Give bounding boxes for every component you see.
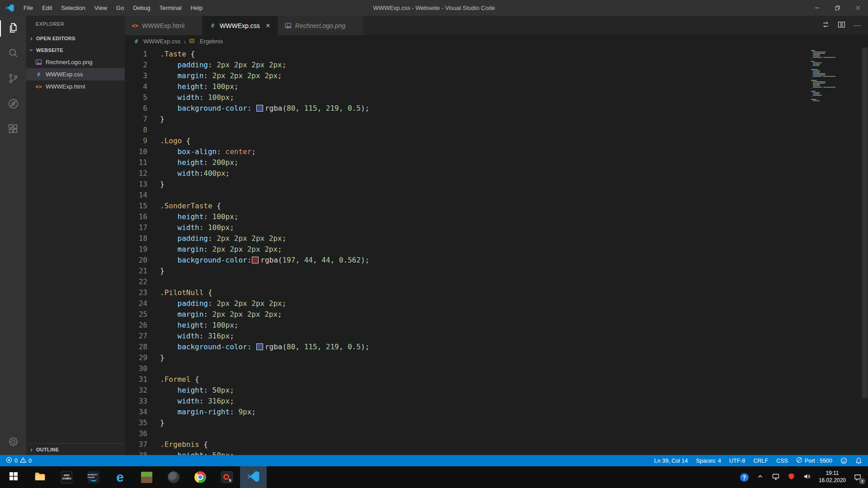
menu-selection[interactable]: Selection [57, 0, 90, 16]
code-line[interactable]: 36 [125, 428, 868, 439]
code-line[interactable]: 19 margin: 2px 2px 2px 2px; [125, 244, 868, 255]
indentation-indicator[interactable]: Spaces: 4 [692, 455, 725, 466]
code-text[interactable]: .Taste { [147, 49, 195, 60]
code-text[interactable]: } [147, 352, 165, 363]
code-text[interactable]: height: 100px; [147, 81, 238, 92]
code-text[interactable]: width: 100px; [147, 92, 234, 103]
code-line[interactable]: 37.Ergebnis { [125, 439, 868, 450]
code-line[interactable]: 12 width:400px; [125, 168, 868, 179]
taskbar-clock[interactable]: 19:11 16.02.2020 [819, 470, 846, 484]
debug-activity-button[interactable] [0, 92, 26, 117]
feedback-smiley-icon[interactable] [836, 455, 851, 466]
code-line[interactable]: 2 padding: 2px 2px 2px 2px; [125, 60, 868, 70]
taskbar-file-explorer-button[interactable] [27, 466, 53, 488]
editor[interactable]: 1.Taste {2 padding: 2px 2px 2px 2px;3 ma… [125, 47, 868, 455]
breadcrumb-file[interactable]: WWWExp.css [143, 38, 180, 45]
code-text[interactable]: .Ergebnis { [147, 439, 208, 450]
tray-monitor-icon[interactable] [772, 473, 780, 482]
extensions-activity-button[interactable] [0, 117, 26, 142]
code-text[interactable]: background-color: rgba(80, 115, 219, 0.5… [147, 103, 369, 114]
taskbar-vscode-button[interactable] [240, 466, 267, 488]
code-line[interactable]: 18 padding: 2px 2px 2px 2px; [125, 233, 868, 244]
code-text[interactable]: height: 50px; [147, 450, 234, 455]
menu-terminal[interactable]: Terminal [155, 0, 186, 16]
code-line[interactable]: 7} [125, 114, 868, 125]
code-text[interactable]: padding: 2px 2px 2px 2px; [147, 60, 286, 70]
code-line[interactable]: 10 box-align: center; [125, 146, 868, 157]
minimap[interactable] [811, 50, 861, 102]
code-text[interactable] [147, 277, 160, 287]
code-line[interactable]: 34 margin-right: 9px; [125, 407, 868, 418]
code-line[interactable]: 23.PilotNull { [125, 287, 868, 298]
code-text[interactable]: padding: 2px 2px 2px 2px; [147, 298, 286, 309]
code-line[interactable]: 29} [125, 352, 868, 363]
code-line[interactable]: 25 margin: 2px 2px 2px 2px; [125, 309, 868, 320]
eol-indicator[interactable]: CRLF [749, 455, 772, 466]
code-text[interactable]: .PilotNull { [147, 287, 212, 298]
color-swatch[interactable] [256, 343, 263, 350]
cursor-position[interactable]: Ln 39, Col 14 [650, 455, 692, 466]
taskbar-start-button[interactable] [0, 466, 27, 488]
code-text[interactable] [147, 363, 160, 374]
code-text[interactable] [147, 428, 160, 439]
menu-file[interactable]: File [19, 0, 38, 16]
code-text[interactable]: } [147, 179, 165, 190]
file-RechnerLogo.png[interactable]: RechnerLogo.png [26, 56, 125, 68]
code-text[interactable]: margin: 2px 2px 2px 2px; [147, 244, 282, 255]
code-line[interactable]: 8 [125, 125, 868, 136]
code-line[interactable]: 9.Logo { [125, 136, 868, 146]
code-line[interactable]: 28 background-color: rgba(80, 115, 219, … [125, 342, 868, 352]
file-WWWExp.css[interactable]: #WWWExp.css [26, 68, 125, 80]
code-text[interactable] [147, 190, 160, 201]
code-text[interactable]: background-color: rgba(80, 115, 219, 0.5… [147, 342, 369, 352]
code-line[interactable]: 17 width: 100px; [125, 222, 868, 233]
tab-WWWExp.css[interactable]: #WWWExp.css× [203, 16, 278, 35]
code-text[interactable]: box-align: center; [147, 146, 256, 157]
taskbar-minecraft-button[interactable] [133, 466, 160, 488]
outline-section[interactable]: › OUTLINE [26, 443, 125, 455]
code-line[interactable]: 16 height: 100px; [125, 211, 868, 222]
encoding-indicator[interactable]: UTF-8 [725, 455, 749, 466]
split-editor-icon[interactable] [838, 21, 845, 30]
code-text[interactable]: height: 100px; [147, 320, 238, 331]
open-changes-icon[interactable] [822, 21, 830, 30]
code-line[interactable]: 21} [125, 266, 868, 277]
code-line[interactable]: 15.SonderTaste { [125, 201, 868, 211]
code-line[interactable]: 31.Formel { [125, 374, 868, 385]
open-editors-section[interactable]: › OPEN EDITORS [26, 33, 125, 44]
more-actions-icon[interactable]: ⋯ [854, 21, 861, 30]
color-swatch[interactable] [256, 105, 263, 112]
restore-button[interactable] [827, 0, 848, 16]
menu-edit[interactable]: Edit [38, 0, 57, 16]
scrollbar-thumb[interactable] [862, 47, 868, 398]
minimize-button[interactable] [807, 0, 827, 16]
code-line[interactable]: 13} [125, 179, 868, 190]
code-line[interactable]: 20 background-color:rgba(197, 44, 44, 0.… [125, 255, 868, 266]
code-line[interactable]: 30 [125, 363, 868, 374]
code-line[interactable]: 22 [125, 277, 868, 287]
code-text[interactable]: background-color:rgba(197, 44, 44, 0.562… [147, 255, 369, 266]
code-text[interactable]: margin: 2px 2px 2px 2px; [147, 309, 282, 320]
action-center-icon[interactable]: 3 [854, 474, 862, 481]
tab-RechnerLogo.png[interactable]: RechnerLogo.png× [278, 16, 363, 35]
code-line[interactable]: 33 width: 316px; [125, 396, 868, 407]
folder-section[interactable]: › WEBSEITE [26, 44, 125, 56]
source-control-activity-button[interactable] [0, 66, 26, 92]
code-text[interactable]: } [147, 114, 165, 125]
language-indicator[interactable]: CSS [772, 455, 792, 466]
code-line[interactable]: 14 [125, 190, 868, 201]
code-text[interactable]: .Formel { [147, 374, 199, 385]
tray-chevron-up-icon[interactable] [756, 473, 764, 482]
code-text[interactable]: } [147, 266, 165, 277]
code-line[interactable]: 27 width: 316px; [125, 331, 868, 342]
code-line[interactable]: 35} [125, 418, 868, 428]
code-text[interactable]: height: 100px; [147, 211, 238, 222]
code-text[interactable]: width: 316px; [147, 396, 234, 407]
taskbar-chrome-button[interactable] [187, 466, 213, 488]
taskbar-epic-games-button[interactable]: EPIC GAMES [53, 466, 80, 488]
problems-indicator[interactable]: 0 0 [2, 455, 36, 466]
tab-WWWExp.html[interactable]: <>WWWExp.html× [125, 16, 203, 35]
code-text[interactable]: width: 100px; [147, 222, 234, 233]
file-WWWExp.html[interactable]: <>WWWExp.html [26, 80, 125, 93]
editor-scrollbar[interactable] [862, 47, 868, 455]
